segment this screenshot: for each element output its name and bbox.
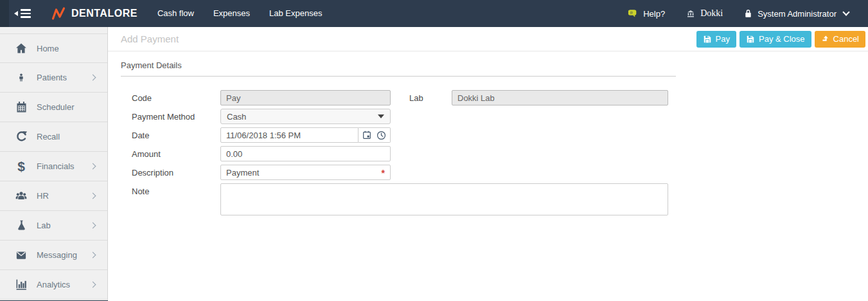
lab-icon (13, 219, 30, 232)
pay-button[interactable]: Pay (696, 31, 736, 48)
recall-icon (13, 130, 30, 143)
clinic-name: Dokki (700, 8, 723, 19)
cancel-button[interactable]: Cancel (815, 31, 865, 48)
top-navigation: Cash flow Expenses Lab Expenses (148, 0, 332, 27)
nav-item-cash-flow[interactable]: Cash flow (148, 0, 204, 27)
description-input[interactable] (220, 165, 391, 180)
brand[interactable]: DENTALORE (51, 6, 137, 21)
payment-form: Code Lab Payment Method Cash Date (121, 90, 676, 215)
edge-strip (0, 0, 9, 27)
sidebar-item-analytics[interactable]: Analytics (0, 270, 107, 300)
date-group (220, 127, 391, 143)
help-chat-icon (627, 8, 639, 19)
topbar-right: Help? Dokki System Administrator (617, 0, 868, 27)
date-input[interactable] (220, 127, 359, 143)
clinic-icon (686, 9, 696, 19)
code-label: Code (121, 93, 220, 103)
top-navbar: DENTALORE Cash flow Expenses Lab Expense… (0, 0, 868, 27)
sidebar-item-label: Home (37, 44, 59, 53)
pay-and-close-button[interactable]: Pay & Close (740, 31, 811, 48)
sidebar-item-label: Patients (37, 73, 67, 82)
main-content: Add Payment Pay Pay & Close (108, 27, 868, 301)
form-row-description: Description * (121, 165, 676, 180)
pay-and-close-button-label: Pay & Close (759, 34, 805, 44)
scheduler-icon (13, 100, 30, 114)
sidebar-item-home[interactable]: Home (0, 33, 107, 63)
dentalore-logo-icon (51, 6, 66, 21)
home-icon (13, 42, 30, 55)
note-textarea[interactable] (220, 183, 668, 215)
chevron-right-icon (90, 193, 96, 199)
patients-icon (13, 71, 30, 85)
date-label: Date (121, 131, 220, 140)
lab-label: Lab (391, 93, 452, 103)
sidebar-item-messaging[interactable]: Messaging (0, 241, 107, 270)
chevron-right-icon (90, 223, 96, 229)
page-title: Add Payment (121, 33, 179, 44)
chevron-right-icon (90, 282, 96, 288)
form-row-date: Date (121, 127, 676, 143)
payment-method-value: Cash (227, 112, 246, 122)
chevron-right-icon (90, 163, 96, 170)
sidebar-item-patients[interactable]: Patients (0, 63, 107, 93)
brand-name: DENTALORE (71, 8, 137, 19)
calendar-icon[interactable] (362, 130, 372, 140)
amount-label: Amount (121, 149, 220, 159)
form-row-amount: Amount (121, 146, 676, 161)
page-header: Add Payment Pay Pay & Close (108, 27, 868, 51)
payment-method-label: Payment Method (121, 112, 220, 122)
sidebar-item-label: Messaging (37, 250, 77, 260)
nav-item-expenses[interactable]: Expenses (204, 0, 260, 27)
analytics-icon (13, 278, 30, 291)
chevron-down-icon (842, 8, 849, 15)
payment-details-section: Payment Details Code Lab Payment Method … (121, 60, 676, 215)
sidebar-item-label: Recall (37, 132, 60, 141)
caret-down-icon (378, 114, 384, 118)
help-button[interactable]: Help? (617, 0, 675, 27)
pay-button-label: Pay (716, 34, 730, 44)
help-label: Help? (643, 9, 665, 19)
sidebar-item-hr[interactable]: HR (0, 181, 107, 211)
collapse-arrow-icon (14, 11, 18, 16)
messaging-icon (13, 250, 30, 261)
cancel-button-label: Cancel (833, 34, 859, 44)
sidebar-item-label: HR (37, 191, 49, 201)
lab-input (452, 90, 668, 105)
description-wrap: * (220, 165, 391, 180)
user-menu[interactable]: System Administrator (733, 0, 859, 27)
required-asterisk: * (382, 168, 385, 178)
sidebar-item-lab[interactable]: Lab (0, 211, 107, 241)
code-input (220, 90, 391, 105)
sidebar-item-label: Analytics (37, 280, 70, 289)
chevron-right-icon (90, 75, 96, 81)
description-label: Description (121, 168, 220, 178)
note-label: Note (121, 183, 220, 196)
sidebar-item-label: Scheduler (37, 102, 75, 112)
chevron-right-icon (90, 252, 96, 259)
save-icon (746, 35, 755, 44)
user-name: System Administrator (757, 9, 837, 19)
sidebar-item-financials[interactable]: $ Financials (0, 152, 107, 181)
sidebar: Home Patients Scheduler Recall $ Financi… (0, 27, 108, 301)
sidebar-item-recall[interactable]: Recall (0, 122, 107, 152)
save-icon (703, 35, 712, 44)
sidebar-menu: Home Patients Scheduler Recall $ Financi… (0, 27, 108, 300)
section-title: Payment Details (121, 60, 676, 77)
payment-method-select[interactable]: Cash (220, 109, 391, 124)
clock-icon[interactable] (376, 130, 387, 141)
hr-icon (13, 190, 30, 203)
sidebar-collapse-button[interactable] (10, 0, 35, 27)
financials-icon: $ (13, 160, 30, 173)
sidebar-item-scheduler[interactable]: Scheduler (0, 93, 107, 122)
form-row-code-lab: Code Lab (121, 90, 676, 105)
form-row-note: Note (121, 183, 676, 215)
clinic-menu[interactable]: Dokki (675, 0, 733, 27)
form-row-payment-method: Payment Method Cash (121, 109, 676, 124)
hamburger-menu-icon (21, 9, 31, 18)
sidebar-item-label: Lab (37, 221, 51, 230)
nav-item-lab-expenses[interactable]: Lab Expenses (260, 0, 332, 27)
amount-input[interactable] (220, 146, 391, 161)
date-addons (359, 127, 391, 143)
sidebar-item-label: Financials (37, 161, 75, 171)
level-up-icon (821, 35, 829, 44)
